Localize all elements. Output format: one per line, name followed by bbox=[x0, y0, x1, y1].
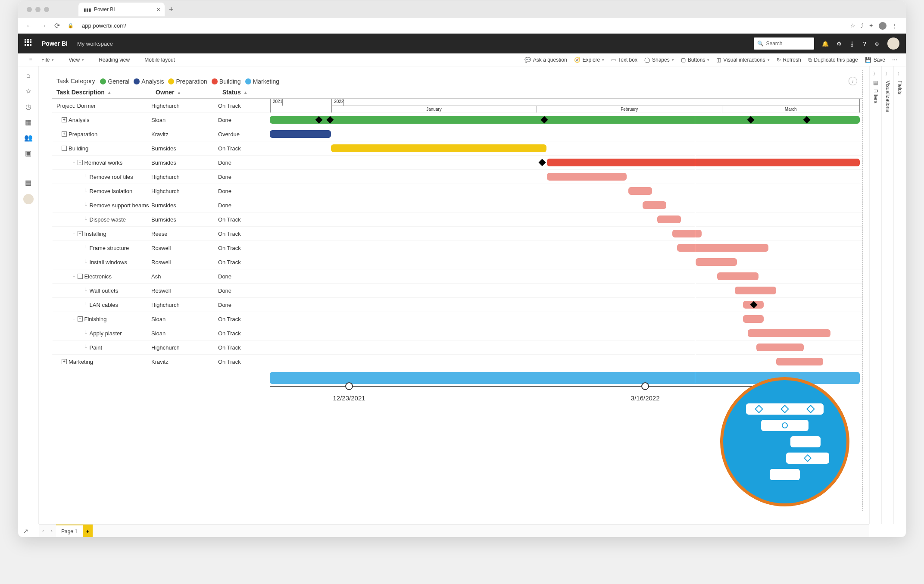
recent-icon[interactable]: ◷ bbox=[25, 103, 32, 110]
legend-item[interactable]: Marketing bbox=[245, 78, 279, 85]
reload-button[interactable]: ⟳ bbox=[52, 22, 62, 30]
forward-button[interactable]: → bbox=[38, 22, 48, 30]
col-task-header[interactable]: Task Description▲ bbox=[56, 89, 156, 96]
col-status-header[interactable]: Status▲ bbox=[222, 89, 270, 96]
gantt-bar[interactable] bbox=[547, 173, 627, 181]
gantt-bar[interactable] bbox=[717, 272, 759, 280]
gantt-bar[interactable] bbox=[735, 287, 776, 294]
gantt-bar[interactable] bbox=[672, 230, 702, 237]
explore-menu[interactable]: 🧭Explore▾ bbox=[571, 57, 608, 63]
notifications-icon[interactable]: 🔔 bbox=[822, 41, 829, 47]
gantt-bar[interactable] bbox=[756, 344, 804, 351]
traffic-light-max[interactable] bbox=[44, 7, 49, 12]
visual-interactions-menu[interactable]: ◫Visual interactions▾ bbox=[713, 57, 773, 63]
status-cell: Overdue bbox=[218, 131, 265, 137]
gantt-bar[interactable] bbox=[331, 144, 546, 152]
search-input[interactable]: 🔍Search bbox=[754, 37, 814, 50]
traffic-light-min[interactable] bbox=[35, 7, 41, 12]
expand-toggle[interactable]: + bbox=[62, 131, 67, 137]
new-tab-button[interactable]: + bbox=[169, 5, 174, 14]
back-button[interactable]: ← bbox=[24, 22, 34, 30]
expand-toggle[interactable]: − bbox=[78, 160, 83, 165]
mobile-layout-button[interactable]: Mobile layout bbox=[141, 57, 178, 63]
extensions-icon[interactable]: ✦ bbox=[869, 22, 874, 29]
traffic-light-close[interactable] bbox=[27, 7, 32, 12]
apps-icon[interactable]: ▦ bbox=[25, 118, 32, 126]
workspaces-icon[interactable]: ▣ bbox=[25, 149, 32, 157]
save-button[interactable]: 💾Save bbox=[862, 57, 889, 63]
app-brand[interactable]: Power BI bbox=[42, 40, 68, 47]
visualizations-panel-collapsed[interactable]: 〉Visualizations bbox=[881, 66, 893, 524]
deployment-icon[interactable]: ▤ bbox=[25, 178, 32, 186]
shapes-menu[interactable]: ◯Shapes▾ bbox=[641, 57, 677, 63]
settings-icon[interactable]: ⚙ bbox=[837, 41, 842, 47]
help-icon[interactable]: ? bbox=[863, 41, 866, 47]
file-menu[interactable]: File▾ bbox=[38, 57, 57, 63]
view-menu[interactable]: View▾ bbox=[65, 57, 87, 63]
textbox-button[interactable]: ▭Text box bbox=[608, 57, 641, 63]
expand-toggle[interactable]: − bbox=[62, 146, 67, 151]
legend-item[interactable]: General bbox=[100, 78, 129, 85]
gantt-bar[interactable] bbox=[748, 329, 830, 337]
app-launcher-icon[interactable] bbox=[25, 39, 34, 48]
gantt-bar[interactable] bbox=[643, 201, 666, 209]
expand-toggle[interactable]: − bbox=[78, 316, 83, 322]
shared-icon[interactable]: 👥 bbox=[25, 134, 32, 141]
expand-toggle[interactable]: + bbox=[62, 117, 67, 122]
status-cell: On Track bbox=[218, 259, 265, 265]
gantt-bar[interactable] bbox=[628, 187, 652, 195]
gantt-bar[interactable] bbox=[696, 258, 737, 266]
visual-container[interactable]: Task Category GeneralAnalysisPreparation… bbox=[52, 70, 863, 511]
gantt-bar[interactable] bbox=[743, 315, 764, 323]
gantt-bar[interactable] bbox=[776, 358, 824, 365]
profile-icon[interactable] bbox=[879, 22, 887, 30]
rail-avatar[interactable] bbox=[23, 194, 34, 204]
browser-tab[interactable]: ▮▮▮ Power BI × bbox=[78, 3, 165, 16]
add-page-button[interactable]: + bbox=[83, 525, 93, 537]
expand-toggle[interactable]: − bbox=[78, 274, 83, 279]
more-menu[interactable]: ⋯ bbox=[889, 57, 901, 63]
slider-handle-to[interactable] bbox=[641, 382, 649, 390]
feedback-icon[interactable]: ☺ bbox=[874, 41, 880, 47]
prev-page-button[interactable]: ‹ bbox=[39, 528, 47, 534]
next-page-button[interactable]: › bbox=[47, 528, 56, 534]
legend-item[interactable]: Building bbox=[212, 78, 241, 85]
gantt-bar[interactable] bbox=[547, 159, 860, 166]
info-icon[interactable]: i bbox=[849, 77, 857, 85]
filters-panel-collapsed[interactable]: 〉▤Filters bbox=[869, 66, 881, 524]
reading-view-button[interactable]: Reading view bbox=[95, 57, 133, 63]
home-icon[interactable]: ⌂ bbox=[25, 72, 32, 79]
gantt-bar[interactable] bbox=[270, 116, 860, 124]
buttons-menu[interactable]: ▢Buttons▾ bbox=[677, 57, 713, 63]
favorites-icon[interactable]: ☆ bbox=[25, 87, 32, 95]
fields-panel-collapsed[interactable]: 〉Fields bbox=[893, 66, 905, 524]
close-tab-icon[interactable]: × bbox=[157, 6, 160, 13]
hamburger-icon[interactable]: ≡ bbox=[23, 57, 38, 63]
page-tab[interactable]: Page 1 bbox=[56, 525, 83, 537]
menu-icon[interactable]: ⋮ bbox=[892, 22, 897, 29]
gantt-bar[interactable] bbox=[270, 130, 331, 138]
star-icon[interactable]: ☆ bbox=[850, 22, 855, 29]
gantt-bar[interactable] bbox=[677, 244, 768, 252]
slider-handle-from[interactable] bbox=[345, 382, 353, 390]
report-canvas-area: Task Category GeneralAnalysisPreparation… bbox=[39, 66, 869, 524]
expand-nav-icon[interactable]: ↗ bbox=[23, 528, 28, 534]
expand-toggle[interactable]: − bbox=[78, 231, 83, 236]
task-name: Frame structure bbox=[90, 245, 129, 251]
legend-item[interactable]: Preparation bbox=[168, 78, 207, 85]
ask-question-button[interactable]: 💬Ask a question bbox=[521, 57, 571, 63]
duplicate-page-button[interactable]: ⧉Duplicate this page bbox=[805, 57, 862, 63]
milestone-diamond[interactable] bbox=[539, 159, 546, 166]
share-icon[interactable]: ⤴ bbox=[861, 22, 864, 29]
gantt-bar[interactable] bbox=[657, 215, 681, 223]
legend-item[interactable]: Analysis bbox=[134, 78, 164, 85]
task-row[interactable]: Project: DormerHighchurchOn Track bbox=[52, 98, 862, 112]
owner-cell: Reese bbox=[151, 231, 218, 237]
user-avatar[interactable] bbox=[887, 37, 899, 50]
url-text[interactable]: app.powerbi.com/ bbox=[82, 22, 850, 29]
workspace-crumb[interactable]: My workspace bbox=[77, 41, 113, 47]
col-owner-header[interactable]: Owner▲ bbox=[156, 89, 222, 96]
expand-toggle[interactable]: + bbox=[62, 359, 67, 364]
refresh-button[interactable]: ↻Refresh bbox=[773, 57, 805, 63]
download-icon[interactable]: ⭳ bbox=[849, 41, 855, 47]
